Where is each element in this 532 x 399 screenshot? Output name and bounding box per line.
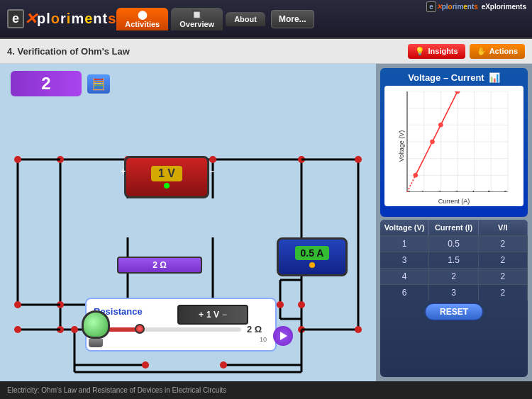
- svg-text:3: 3: [455, 189, 458, 192]
- battery-display: 1 V: [206, 310, 219, 320]
- play-icon: [280, 332, 287, 340]
- main-content: 2 🧮: [0, 64, 532, 381]
- svg-point-31: [14, 156, 21, 163]
- table-header-current: Current (I): [429, 220, 478, 235]
- right-panel: Voltage – Current 📊 Voltage (V): [376, 64, 532, 381]
- step-counter: 2 🧮: [11, 71, 110, 96]
- resistance-slider-track[interactable]: [94, 327, 241, 332]
- table-header: Voltage (V) Current (I) V/I: [380, 220, 528, 235]
- table-cell-current-3: 2: [429, 269, 478, 284]
- table-row: 6 3 2: [380, 284, 528, 300]
- chart-area: Voltage (V): [384, 86, 523, 206]
- chart-y-label: Voltage (V): [398, 130, 405, 162]
- svg-line-79: [433, 125, 441, 142]
- hand-icon: ✋: [477, 47, 487, 56]
- lightbulb-icon: 💡: [415, 47, 425, 56]
- svg-point-32: [14, 301, 21, 308]
- table-cell-current-4: 3: [429, 285, 478, 300]
- nav-tab-about[interactable]: About: [226, 12, 265, 26]
- topbar: 4. Verification of Ohm's Law 💡 Insights …: [0, 39, 532, 64]
- top-right-logo: e✕ploriments eXploriments: [426, 3, 526, 11]
- table-cell-current-2: 1.5: [429, 252, 478, 268]
- table-cell-vi-2: 2: [479, 252, 528, 268]
- table-header-vi: V/I: [479, 220, 528, 235]
- table-cell-vi-1: 2: [479, 236, 528, 252]
- svg-point-21: [277, 301, 284, 308]
- chart-container: Voltage – Current 📊 Voltage (V): [380, 68, 528, 217]
- actions-button[interactable]: ✋ Actions: [470, 44, 525, 59]
- svg-point-83: [430, 140, 435, 145]
- table-row: 3 1.5 2: [380, 252, 528, 268]
- bulb-base: [89, 339, 103, 347]
- logo: e ✕ ploriments: [7, 9, 116, 28]
- table-cell-vi-3: 2: [479, 269, 528, 284]
- svg-point-39: [14, 326, 21, 333]
- ammeter-led: [309, 262, 315, 268]
- resistance-slider-thumb[interactable]: [135, 324, 145, 334]
- calculator-icon[interactable]: 🧮: [87, 74, 110, 94]
- svg-point-45: [71, 326, 78, 333]
- bulb: [78, 310, 113, 353]
- svg-text:5: 5: [488, 189, 491, 192]
- svg-point-22: [298, 301, 305, 308]
- svg-point-46: [142, 361, 149, 369]
- svg-point-84: [438, 123, 443, 128]
- chart-x-label: Current (A): [438, 198, 470, 205]
- logo-e-box: e: [7, 9, 24, 28]
- chart-svg: 0 1 2 3 4 5 6 0 1 2 3 4 5 6: [406, 91, 509, 192]
- svg-point-82: [414, 173, 419, 178]
- voltmeter-led: [164, 183, 170, 189]
- battery-minus: −: [222, 310, 227, 320]
- reset-button[interactable]: RESET: [425, 303, 483, 320]
- table-cell-voltage-4: 6: [380, 285, 429, 300]
- battery-plus: +: [199, 310, 204, 320]
- ammeter: 0.5 A: [277, 237, 348, 276]
- svg-point-16: [209, 156, 216, 163]
- svg-text:6: 6: [504, 189, 507, 192]
- app-header: e ✕ ploriments ⬤ Activities 🔲 Overview A…: [0, 0, 532, 39]
- nav-tab-more[interactable]: More...: [271, 10, 314, 28]
- svg-point-47: [220, 361, 227, 369]
- data-table: Voltage (V) Current (I) V/I 1 0.5 2 3 1.…: [380, 220, 528, 377]
- table-cell-current-1: 0.5: [429, 236, 478, 252]
- nav-tabs: ⬤ Activities 🔲 Overview About More...: [116, 8, 314, 30]
- slider-labels: 1 10: [94, 336, 268, 343]
- svg-point-38: [355, 326, 362, 333]
- slider-container: 2 Ω: [94, 324, 268, 335]
- voltmeter: + − 1 V: [124, 156, 209, 198]
- battery: + 1 V −: [177, 305, 248, 325]
- voltmeter-display: 1 V: [151, 166, 182, 181]
- table-cell-vi-4: 2: [479, 285, 528, 300]
- table-row: 4 2 2: [380, 268, 528, 284]
- resistor-label: 2 Ω: [117, 257, 202, 274]
- page-title: 4. Verification of Ohm's Law: [7, 46, 130, 57]
- action-buttons: 💡 Insights ✋ Actions: [408, 44, 525, 59]
- chart-bar-icon: 📊: [489, 72, 500, 83]
- svg-text:1: 1: [421, 189, 424, 192]
- chart-title: Voltage – Current 📊: [384, 72, 523, 83]
- circuit-area: 2 🧮: [0, 64, 376, 381]
- svg-text:4: 4: [472, 189, 475, 192]
- resistance-slider-value: 2 Ω: [247, 324, 268, 335]
- table-row: 1 0.5 2: [380, 235, 528, 252]
- nav-tab-overview[interactable]: 🔲 Overview: [171, 8, 223, 30]
- svg-text:2: 2: [438, 189, 441, 192]
- step-value: 2: [11, 71, 82, 96]
- table-cell-voltage-3: 4: [380, 269, 429, 284]
- table-cell-voltage-2: 3: [380, 252, 429, 268]
- play-button[interactable]: [273, 326, 293, 346]
- logo-text: ploriments: [37, 11, 116, 27]
- insights-button[interactable]: 💡 Insights: [408, 44, 465, 59]
- ammeter-display: 0.5 A: [295, 246, 330, 260]
- table-cell-voltage-1: 1: [380, 236, 429, 252]
- svg-point-37: [355, 156, 362, 163]
- logo-x-icon: ✕: [24, 10, 37, 28]
- table-header-voltage: Voltage (V): [380, 220, 429, 235]
- bulb-body: [82, 310, 110, 339]
- nav-tab-activities[interactable]: ⬤ Activities: [116, 8, 168, 30]
